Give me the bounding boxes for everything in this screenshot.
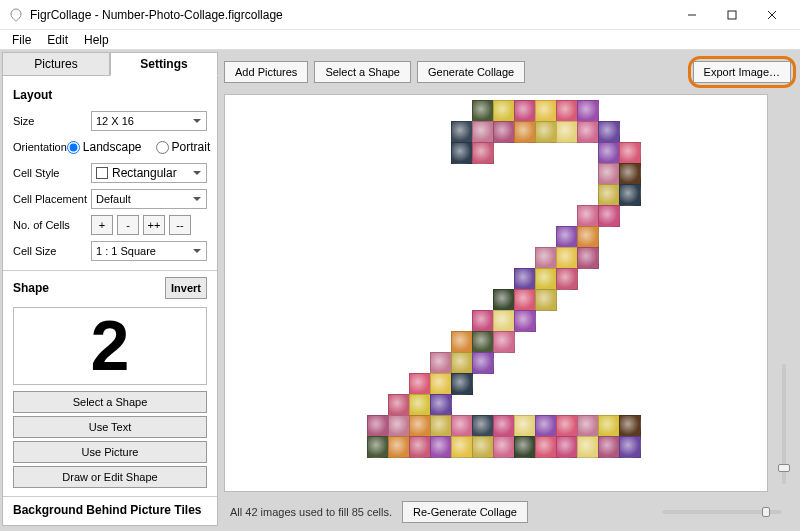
collage-cell[interactable] xyxy=(493,100,515,122)
collage-cell[interactable] xyxy=(493,415,515,437)
collage-cell[interactable] xyxy=(472,436,494,458)
collage-cell[interactable] xyxy=(619,163,641,185)
collage-cell[interactable] xyxy=(556,415,578,437)
collage-cell[interactable] xyxy=(367,415,389,437)
collage-cell[interactable] xyxy=(514,436,536,458)
invert-button[interactable]: Invert xyxy=(165,277,207,299)
maximize-button[interactable] xyxy=(712,0,752,29)
orientation-landscape[interactable]: Landscape xyxy=(67,140,142,154)
vertical-slider-thumb[interactable] xyxy=(778,464,790,472)
collage-cell[interactable] xyxy=(388,436,410,458)
nocells-minus[interactable]: - xyxy=(117,215,139,235)
collage-cell[interactable] xyxy=(430,436,452,458)
collage-cell[interactable] xyxy=(577,247,599,269)
collage-cell[interactable] xyxy=(451,142,473,164)
use-text-button[interactable]: Use Text xyxy=(13,416,207,438)
collage-cell[interactable] xyxy=(472,352,494,374)
collage-cell[interactable] xyxy=(367,436,389,458)
collage-cell[interactable] xyxy=(535,247,557,269)
cellplacement-combo[interactable]: Default xyxy=(91,189,207,209)
collage-cell[interactable] xyxy=(535,436,557,458)
collage-cell[interactable] xyxy=(409,394,431,416)
collage-cell[interactable] xyxy=(577,121,599,143)
collage-cell[interactable] xyxy=(577,226,599,248)
collage-cell[interactable] xyxy=(430,415,452,437)
add-pictures-button[interactable]: Add Pictures xyxy=(224,61,308,83)
export-image-button[interactable]: Export Image… xyxy=(693,61,791,83)
collage-cell[interactable] xyxy=(451,373,473,395)
collage-cell[interactable] xyxy=(472,310,494,332)
collage-cell[interactable] xyxy=(472,331,494,353)
collage-cell[interactable] xyxy=(472,121,494,143)
collage-cell[interactable] xyxy=(409,373,431,395)
collage-cell[interactable] xyxy=(514,121,536,143)
generate-collage-button[interactable]: Generate Collage xyxy=(417,61,525,83)
collage-cell[interactable] xyxy=(598,163,620,185)
collage-cell[interactable] xyxy=(388,415,410,437)
size-combo[interactable]: 12 X 16 xyxy=(91,111,207,131)
collage-cell[interactable] xyxy=(556,436,578,458)
menu-help[interactable]: Help xyxy=(76,31,117,49)
collage-canvas[interactable] xyxy=(224,94,768,492)
collage-cell[interactable] xyxy=(535,121,557,143)
collage-cell[interactable] xyxy=(598,415,620,437)
collage-cell[interactable] xyxy=(514,289,536,311)
collage-cell[interactable] xyxy=(556,121,578,143)
menu-file[interactable]: File xyxy=(4,31,39,49)
orientation-portrait[interactable]: Portrait xyxy=(156,140,211,154)
collage-cell[interactable] xyxy=(493,331,515,353)
collage-cell[interactable] xyxy=(535,289,557,311)
collage-cell[interactable] xyxy=(451,352,473,374)
collage-cell[interactable] xyxy=(535,415,557,437)
nocells-minusminus[interactable]: -- xyxy=(169,215,191,235)
minimize-button[interactable] xyxy=(672,0,712,29)
collage-cell[interactable] xyxy=(577,205,599,227)
collage-cell[interactable] xyxy=(577,436,599,458)
landscape-radio[interactable] xyxy=(67,141,80,154)
nocells-plusplus[interactable]: ++ xyxy=(143,215,165,235)
tab-settings[interactable]: Settings xyxy=(110,52,218,76)
collage-cell[interactable] xyxy=(556,268,578,290)
collage-cell[interactable] xyxy=(598,184,620,206)
collage-cell[interactable] xyxy=(430,394,452,416)
collage-cell[interactable] xyxy=(472,100,494,122)
regenerate-button[interactable]: Re-Generate Collage xyxy=(402,501,528,523)
collage-cell[interactable] xyxy=(598,436,620,458)
cellstyle-combo[interactable]: Rectangular xyxy=(91,163,207,183)
horizontal-slider-thumb[interactable] xyxy=(762,507,770,517)
collage-cell[interactable] xyxy=(472,142,494,164)
collage-cell[interactable] xyxy=(493,436,515,458)
collage-cell[interactable] xyxy=(535,268,557,290)
collage-cell[interactable] xyxy=(430,352,452,374)
tab-pictures[interactable]: Pictures xyxy=(2,52,110,76)
close-button[interactable] xyxy=(752,0,792,29)
collage-cell[interactable] xyxy=(556,247,578,269)
collage-cell[interactable] xyxy=(577,415,599,437)
collage-cell[interactable] xyxy=(493,310,515,332)
draw-shape-button[interactable]: Draw or Edit Shape xyxy=(13,466,207,488)
collage-cell[interactable] xyxy=(451,331,473,353)
menu-edit[interactable]: Edit xyxy=(39,31,76,49)
collage-cell[interactable] xyxy=(556,226,578,248)
cellsize-combo[interactable]: 1 : 1 Square xyxy=(91,241,207,261)
horizontal-zoom-slider[interactable] xyxy=(538,510,790,514)
collage-cell[interactable] xyxy=(409,436,431,458)
collage-cell[interactable] xyxy=(598,142,620,164)
nocells-plus[interactable]: + xyxy=(91,215,113,235)
use-picture-button[interactable]: Use Picture xyxy=(13,441,207,463)
collage-cell[interactable] xyxy=(409,415,431,437)
collage-cell[interactable] xyxy=(451,415,473,437)
collage-cell[interactable] xyxy=(388,394,410,416)
select-shape-top-button[interactable]: Select a Shape xyxy=(314,61,411,83)
collage-cell[interactable] xyxy=(430,373,452,395)
collage-cell[interactable] xyxy=(493,121,515,143)
collage-cell[interactable] xyxy=(451,121,473,143)
collage-cell[interactable] xyxy=(619,142,641,164)
collage-cell[interactable] xyxy=(619,436,641,458)
collage-cell[interactable] xyxy=(493,289,515,311)
collage-cell[interactable] xyxy=(556,100,578,122)
collage-cell[interactable] xyxy=(619,184,641,206)
select-shape-button[interactable]: Select a Shape xyxy=(13,391,207,413)
collage-cell[interactable] xyxy=(472,415,494,437)
collage-cell[interactable] xyxy=(451,436,473,458)
